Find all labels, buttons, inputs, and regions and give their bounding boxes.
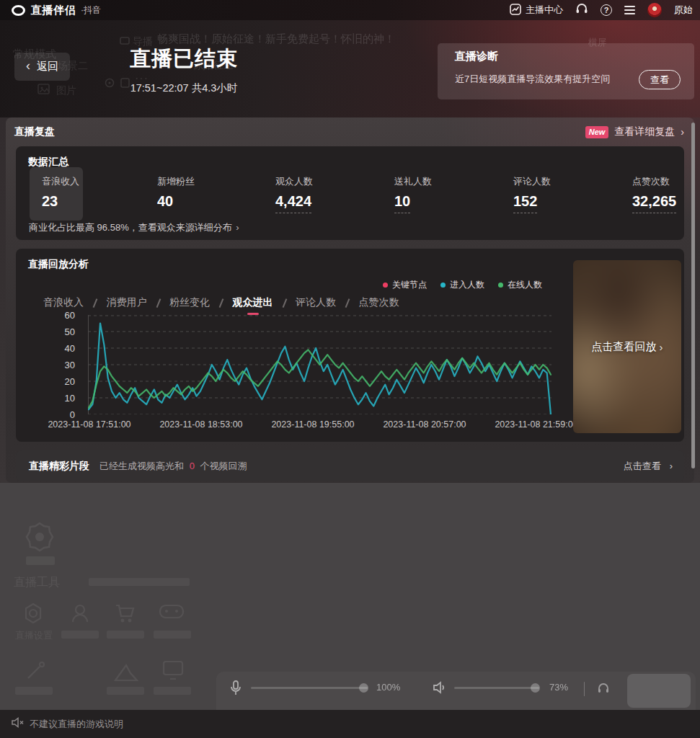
y-tick-label: 50 (65, 326, 75, 337)
menu-button[interactable] (624, 6, 635, 14)
anchor-center-button[interactable]: 主播中心 (510, 4, 563, 17)
ghost-mic-volume: 100% (376, 682, 400, 693)
ghost-speaker-icon (433, 681, 447, 694)
y-tick-label: 30 (65, 360, 75, 370)
stat-5[interactable]: 评论人数152 (513, 175, 551, 213)
live-companion-app: 常规模式 场景二 图片 导播 畅爽国战！原始征途！新手免费起号！怀旧的神！ 原始… (0, 0, 700, 738)
ghost-stream-toolbar: 100% 73% (216, 672, 696, 710)
metric-tabs: 音浪收入消费用户粉丝变化观众进出评论人数点赞次数 (43, 296, 399, 315)
y-tick-label: 10 (65, 393, 75, 404)
chevron-right-icon: › (236, 222, 239, 233)
ghost-speaker-volume: 73% (549, 682, 568, 693)
ghost-speaker-slider (454, 687, 539, 689)
tab-2[interactable]: 消费用户 (107, 296, 147, 315)
ghost-wand-icon (24, 659, 47, 683)
tab-5[interactable]: 评论人数 (296, 296, 336, 315)
review-panel: 直播复盘 New 查看详细复盘 › 数据汇总 音浪收入23新增粉丝40观众人数4… (6, 117, 694, 483)
highlights-card: 直播精彩片段 已经生成视频高光和 0 个视频回溯 点击查看 › (16, 450, 684, 481)
stat-value: 32,265 (632, 193, 676, 213)
highlights-title: 直播精彩片段 (29, 460, 89, 473)
account-name: 原始 (674, 4, 693, 17)
back-button-label: 返回 (37, 60, 58, 74)
highlights-count: 0 (190, 461, 195, 471)
ghost-label-bar (154, 687, 191, 695)
stat-value: 4,424 (275, 193, 311, 213)
stat-label: 点赞次数 (632, 175, 676, 188)
legend-label: 在线人数 (508, 279, 542, 291)
legend-item: 在线人数 (498, 279, 542, 291)
tab-separator (219, 298, 223, 308)
dimmed-app-zone: 直播工具 直播设置 100% (0, 483, 700, 710)
tab-3[interactable]: 粉丝变化 (169, 296, 210, 315)
stat-value: 40 (157, 193, 173, 213)
detail-review-link[interactable]: New 查看详细复盘 › (585, 125, 684, 138)
back-button[interactable]: ‹ 返回 (14, 53, 70, 81)
audio-setup-button[interactable] (575, 3, 588, 17)
ghost-label-bar (107, 631, 144, 639)
detail-review-label: 查看详细复盘 (614, 125, 675, 138)
game-notice-link[interactable]: 不建议直播的游戏说明 (30, 718, 123, 731)
speaker-notice-icon (12, 717, 24, 731)
replay-thumbnail[interactable]: 点击查看回放 › (573, 260, 681, 433)
stat-6[interactable]: 点赞次数32,265 (632, 175, 676, 213)
y-tick-label: 20 (65, 376, 75, 387)
stat-2: 新增粉丝40 (157, 175, 195, 213)
legend-dot-icon (498, 283, 503, 288)
highlights-view-link[interactable]: 点击查看 › (624, 460, 673, 473)
help-icon: ? (601, 4, 612, 16)
anchor-center-label: 主播中心 (526, 4, 563, 17)
legend-label: 进入人数 (450, 279, 484, 291)
ghost-tools-title: 直播工具 (14, 575, 60, 590)
ghost-share-screen-icon (114, 663, 138, 682)
app-logo-text: 直播伴侣 (31, 4, 76, 17)
stat-3[interactable]: 观众人数4,424 (275, 175, 313, 213)
ghost-divider (584, 682, 585, 696)
x-tick-label: 2023-11-08 21:59:00 (495, 419, 577, 430)
ghost-label-bar (107, 687, 144, 695)
diagnosis-card: 直播诊断 近7日短视频直播导流效果有提升空间 查看 (438, 43, 694, 99)
help-button[interactable]: ? (601, 4, 612, 16)
highlights-view-label: 点击查看 (624, 460, 661, 473)
chevron-left-icon: ‹ (26, 58, 30, 74)
replay-analysis-title: 直播回放分析 (28, 258, 89, 271)
user-avatar[interactable] (647, 3, 662, 17)
replay-chart (88, 315, 551, 414)
page-title: 直播已结束 (105, 45, 263, 74)
stat-4[interactable]: 送礼人数10 (394, 175, 432, 213)
diagnosis-view-button[interactable]: 查看 (639, 70, 681, 89)
stat-label: 送礼人数 (394, 175, 432, 188)
highlights-desc-suffix: 个视频回溯 (200, 461, 247, 471)
stat-value: 23 (42, 193, 58, 213)
chevron-right-icon: › (681, 126, 684, 138)
chart-legend: 关键节点进入人数在线人数 (383, 279, 542, 291)
stat-label: 音浪收入 (42, 175, 79, 188)
legend-dot-icon (440, 283, 446, 288)
ghost-settings-label: 直播设置 (15, 629, 53, 642)
scrollbar-thumb[interactable] (691, 123, 695, 468)
new-badge: New (585, 126, 609, 138)
ghost-mic-slider-knob (359, 683, 368, 693)
stat-label: 评论人数 (513, 175, 551, 188)
topbar: 直播伴侣 ·抖音 主播中心 ? 原始 (0, 0, 700, 20)
ghost-mic-slider (251, 687, 368, 689)
audience-source-link[interactable]: 商业化占比最高 96.58%，查看观众来源详细分布 › (29, 221, 239, 234)
tab-separator (345, 298, 350, 308)
headset-icon (575, 3, 588, 17)
ghost-person-icon (68, 602, 92, 625)
tab-6[interactable]: 点赞次数 (359, 296, 399, 315)
tab-separator (156, 298, 160, 308)
stat-label: 新增粉丝 (157, 175, 195, 188)
menu-icon (624, 6, 635, 7)
chevron-right-icon: › (660, 341, 663, 353)
ghost-start-stream-button (627, 674, 691, 708)
tab-1[interactable]: 音浪收入 (43, 296, 84, 315)
app-logo-icon (12, 5, 25, 16)
x-tick-label: 2023-11-08 19:55:00 (271, 419, 354, 430)
status-bar: 不建议直播的游戏说明 (0, 710, 700, 738)
tab-separator (282, 298, 286, 308)
ghost-speaker-slider-knob (531, 683, 540, 693)
highlights-desc-prefix: 已经生成视频高光和 (99, 461, 184, 471)
y-tick-label: 60 (65, 310, 75, 321)
tab-4[interactable]: 观众进出 (233, 296, 273, 315)
diagnosis-title: 直播诊断 (455, 50, 498, 63)
